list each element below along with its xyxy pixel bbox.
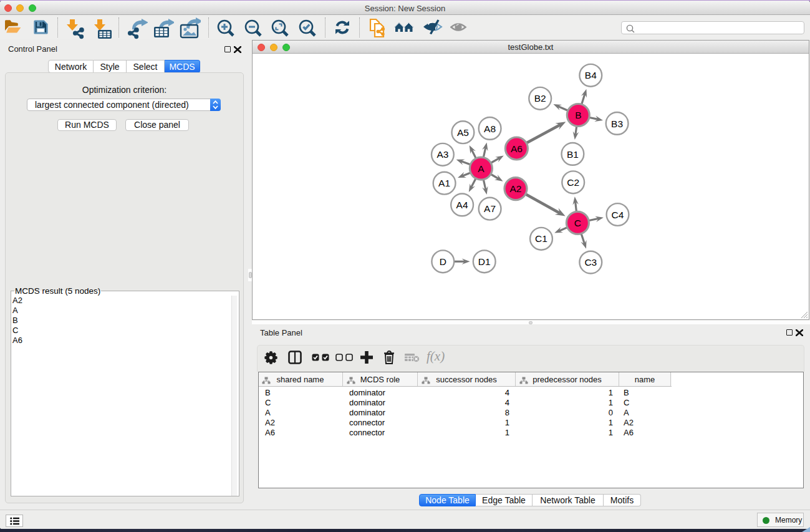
svg-text:C1: C1 (535, 233, 547, 244)
svg-text:B1: B1 (567, 149, 579, 160)
svg-text:A1: A1 (438, 178, 450, 188)
svg-text:B3: B3 (611, 118, 623, 129)
svg-text:D: D (440, 256, 446, 267)
svg-text:A4: A4 (456, 200, 468, 210)
svg-text:A2: A2 (510, 183, 522, 194)
svg-text:B: B (575, 110, 581, 120)
svg-text:A3: A3 (436, 149, 448, 160)
svg-text:A6: A6 (511, 143, 523, 154)
svg-text:D1: D1 (478, 256, 491, 267)
svg-text:C2: C2 (567, 177, 579, 188)
svg-text:A: A (478, 163, 485, 174)
svg-text:C: C (574, 218, 581, 228)
svg-text:B2: B2 (534, 93, 546, 104)
svg-text:A5: A5 (457, 127, 469, 138)
svg-text:A7: A7 (484, 203, 496, 214)
svg-text:A8: A8 (484, 123, 496, 134)
svg-text:C4: C4 (612, 210, 624, 220)
svg-text:B4: B4 (585, 70, 597, 80)
svg-text:C3: C3 (584, 257, 597, 268)
